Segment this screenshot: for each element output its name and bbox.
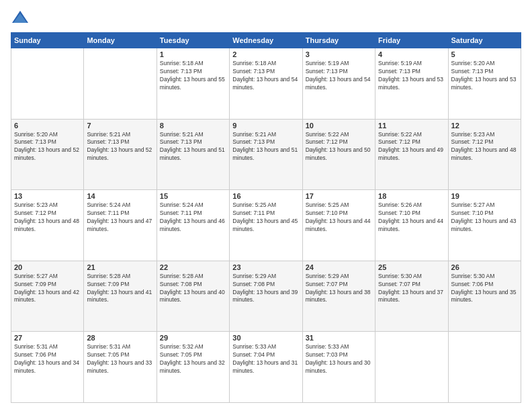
day-info: Sunrise: 5:20 AM Sunset: 7:13 PM Dayligh… [451,60,518,92]
day-info: Sunrise: 5:21 AM Sunset: 7:13 PM Dayligh… [87,131,153,163]
day-info: Sunrise: 5:25 AM Sunset: 7:11 PM Dayligh… [232,201,299,234]
day-info: Sunrise: 5:31 AM Sunset: 7:05 PM Dayligh… [87,343,153,375]
day-info: Sunrise: 5:25 AM Sunset: 7:10 PM Dayligh… [306,201,372,234]
calendar-cell [84,48,157,120]
day-info: Sunrise: 5:30 AM Sunset: 7:07 PM Dayligh… [378,273,445,305]
day-number: 14 [87,192,153,200]
day-number: 4 [378,50,445,58]
day-info: Sunrise: 5:27 AM Sunset: 7:09 PM Dayligh… [14,273,81,305]
weekday-header-tuesday: Tuesday [157,33,229,48]
day-number: 25 [378,263,445,271]
day-number: 16 [232,192,299,200]
logo [11,8,32,27]
day-number: 7 [87,122,153,130]
calendar-cell: 15Sunrise: 5:24 AM Sunset: 7:11 PM Dayli… [157,190,229,261]
calendar-cell: 16Sunrise: 5:25 AM Sunset: 7:11 PM Dayli… [230,190,302,261]
day-number: 15 [160,192,226,200]
calendar-cell: 5Sunrise: 5:20 AM Sunset: 7:13 PM Daylig… [448,48,521,120]
calendar-cell: 20Sunrise: 5:27 AM Sunset: 7:09 PM Dayli… [11,261,84,332]
day-info: Sunrise: 5:20 AM Sunset: 7:13 PM Dayligh… [14,131,81,163]
day-number: 23 [232,263,299,271]
weekday-header-monday: Monday [84,33,157,48]
weekday-header-saturday: Saturday [448,33,521,48]
calendar-cell: 21Sunrise: 5:28 AM Sunset: 7:09 PM Dayli… [84,261,157,332]
calendar-cell [375,332,448,403]
calendar-cell [448,332,521,403]
day-number: 8 [160,122,226,130]
day-number: 20 [14,263,81,271]
calendar-cell: 27Sunrise: 5:31 AM Sunset: 7:06 PM Dayli… [11,332,84,403]
day-info: Sunrise: 5:19 AM Sunset: 7:13 PM Dayligh… [306,60,372,92]
calendar-cell: 7Sunrise: 5:21 AM Sunset: 7:13 PM Daylig… [84,119,157,190]
day-number: 5 [451,50,518,58]
day-info: Sunrise: 5:30 AM Sunset: 7:06 PM Dayligh… [451,273,518,305]
day-info: Sunrise: 5:18 AM Sunset: 7:13 PM Dayligh… [232,60,299,92]
day-number: 11 [378,122,445,130]
weekday-header-sunday: Sunday [11,33,84,48]
day-number: 2 [232,50,299,58]
day-info: Sunrise: 5:21 AM Sunset: 7:13 PM Dayligh… [160,131,226,163]
day-info: Sunrise: 5:23 AM Sunset: 7:12 PM Dayligh… [14,201,81,234]
day-info: Sunrise: 5:28 AM Sunset: 7:09 PM Dayligh… [87,273,153,305]
day-number: 6 [14,122,81,130]
day-number: 18 [378,192,445,200]
day-info: Sunrise: 5:32 AM Sunset: 7:05 PM Dayligh… [160,343,226,375]
calendar-cell: 3Sunrise: 5:19 AM Sunset: 7:13 PM Daylig… [302,48,375,120]
calendar-cell: 2Sunrise: 5:18 AM Sunset: 7:13 PM Daylig… [230,48,302,120]
calendar-cell: 14Sunrise: 5:24 AM Sunset: 7:11 PM Dayli… [84,190,157,261]
calendar-cell: 25Sunrise: 5:30 AM Sunset: 7:07 PM Dayli… [375,261,448,332]
calendar-cell: 26Sunrise: 5:30 AM Sunset: 7:06 PM Dayli… [448,261,521,332]
day-number: 22 [160,263,226,271]
day-info: Sunrise: 5:27 AM Sunset: 7:10 PM Dayligh… [451,201,518,234]
day-number: 10 [306,122,372,130]
day-info: Sunrise: 5:24 AM Sunset: 7:11 PM Dayligh… [87,201,153,234]
calendar-cell: 1Sunrise: 5:18 AM Sunset: 7:13 PM Daylig… [157,48,229,120]
day-number: 30 [232,334,299,342]
calendar-cell: 29Sunrise: 5:32 AM Sunset: 7:05 PM Dayli… [157,332,229,403]
day-number: 24 [306,263,372,271]
calendar-week-row: 13Sunrise: 5:23 AM Sunset: 7:12 PM Dayli… [11,190,521,261]
calendar-week-row: 1Sunrise: 5:18 AM Sunset: 7:13 PM Daylig… [11,48,521,120]
day-info: Sunrise: 5:29 AM Sunset: 7:08 PM Dayligh… [232,273,299,305]
calendar-cell: 19Sunrise: 5:27 AM Sunset: 7:10 PM Dayli… [448,190,521,261]
weekday-header-wednesday: Wednesday [230,33,302,48]
calendar-week-row: 27Sunrise: 5:31 AM Sunset: 7:06 PM Dayli… [11,332,521,403]
calendar-cell: 9Sunrise: 5:21 AM Sunset: 7:13 PM Daylig… [230,119,302,190]
header [11,8,521,27]
calendar-cell: 12Sunrise: 5:23 AM Sunset: 7:12 PM Dayli… [448,119,521,190]
page: SundayMondayTuesdayWednesdayThursdayFrid… [0,0,532,411]
calendar-table: SundayMondayTuesdayWednesdayThursdayFrid… [11,32,521,403]
calendar-week-row: 6Sunrise: 5:20 AM Sunset: 7:13 PM Daylig… [11,119,521,190]
day-number: 3 [306,50,372,58]
calendar-cell: 23Sunrise: 5:29 AM Sunset: 7:08 PM Dayli… [230,261,302,332]
day-number: 17 [306,192,372,200]
day-number: 31 [306,334,372,342]
calendar-cell: 17Sunrise: 5:25 AM Sunset: 7:10 PM Dayli… [302,190,375,261]
day-info: Sunrise: 5:19 AM Sunset: 7:13 PM Dayligh… [378,60,445,92]
day-info: Sunrise: 5:18 AM Sunset: 7:13 PM Dayligh… [160,60,226,92]
calendar-cell: 18Sunrise: 5:26 AM Sunset: 7:10 PM Dayli… [375,190,448,261]
day-info: Sunrise: 5:23 AM Sunset: 7:12 PM Dayligh… [451,131,518,163]
day-number: 13 [14,192,81,200]
calendar-cell: 28Sunrise: 5:31 AM Sunset: 7:05 PM Dayli… [84,332,157,403]
calendar-week-row: 20Sunrise: 5:27 AM Sunset: 7:09 PM Dayli… [11,261,521,332]
day-number: 1 [160,50,226,58]
calendar-cell [11,48,84,120]
day-number: 9 [232,122,299,130]
weekday-header-thursday: Thursday [302,33,375,48]
day-info: Sunrise: 5:29 AM Sunset: 7:07 PM Dayligh… [306,273,372,305]
day-info: Sunrise: 5:21 AM Sunset: 7:13 PM Dayligh… [232,131,299,163]
calendar-cell: 6Sunrise: 5:20 AM Sunset: 7:13 PM Daylig… [11,119,84,190]
logo-icon [11,8,30,27]
calendar-cell: 24Sunrise: 5:29 AM Sunset: 7:07 PM Dayli… [302,261,375,332]
day-number: 28 [87,334,153,342]
calendar-cell: 13Sunrise: 5:23 AM Sunset: 7:12 PM Dayli… [11,190,84,261]
day-number: 12 [451,122,518,130]
day-number: 21 [87,263,153,271]
calendar-cell: 4Sunrise: 5:19 AM Sunset: 7:13 PM Daylig… [375,48,448,120]
calendar-cell: 31Sunrise: 5:33 AM Sunset: 7:03 PM Dayli… [302,332,375,403]
calendar-cell: 10Sunrise: 5:22 AM Sunset: 7:12 PM Dayli… [302,119,375,190]
day-info: Sunrise: 5:33 AM Sunset: 7:04 PM Dayligh… [232,343,299,375]
calendar-cell: 8Sunrise: 5:21 AM Sunset: 7:13 PM Daylig… [157,119,229,190]
day-info: Sunrise: 5:22 AM Sunset: 7:12 PM Dayligh… [306,131,372,163]
